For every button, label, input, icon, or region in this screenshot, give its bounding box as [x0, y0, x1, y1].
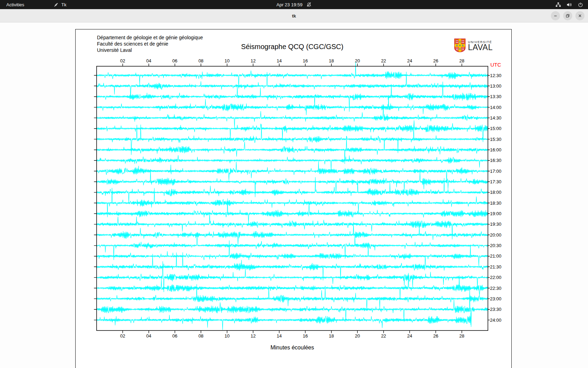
x-tick-label-bottom: 28: [456, 333, 467, 339]
maximize-button[interactable]: [563, 11, 572, 20]
x-tick-label-bottom: 18: [326, 333, 337, 339]
trace-time-label: 20:00: [490, 232, 502, 238]
trace-time-label: 24:00: [490, 318, 502, 323]
window-titlebar[interactable]: tk: [0, 9, 588, 22]
trace-time-label: 13:30: [490, 94, 502, 99]
x-tick-label-top: 18: [326, 58, 337, 63]
trace-time-label: 21:00: [490, 253, 502, 259]
trace-time-label: 22:30: [490, 286, 502, 291]
x-tick-label-top: 16: [300, 58, 310, 63]
x-tick-label-top: 04: [144, 58, 154, 63]
x-tick-label-bottom: 26: [430, 333, 441, 339]
system-status-area[interactable]: [551, 0, 588, 9]
x-tick-label-top: 28: [456, 58, 467, 63]
x-tick-label-bottom: 04: [144, 333, 154, 339]
x-tick-label-bottom: 06: [170, 333, 180, 339]
x-tick-label-bottom: 12: [248, 333, 258, 339]
minimize-button[interactable]: [551, 11, 560, 20]
clock-label: Apr 23 19:59: [276, 2, 302, 7]
x-tick-label-bottom: 22: [378, 333, 389, 339]
trace-time-label: 17:00: [490, 169, 502, 174]
trace-time-label: 18:00: [490, 190, 502, 195]
app-indicator-label: Tk: [61, 2, 66, 7]
institution-line: Département de géologie et de génie géol…: [97, 34, 203, 41]
laval-shield-icon: [454, 39, 465, 52]
app-indicator[interactable]: Tk: [51, 0, 69, 9]
x-tick-label-top: 14: [274, 58, 285, 63]
trace-time-label: 22:00: [490, 275, 502, 280]
maximize-icon: [565, 13, 570, 18]
x-tick-label-top: 22: [378, 58, 389, 63]
x-tick-label-top: 20: [352, 58, 363, 63]
trace-time-label: 19:30: [490, 222, 502, 227]
window-title: tk: [0, 9, 588, 22]
clock-button[interactable]: Apr 23 19:59: [276, 0, 312, 9]
gnome-top-bar: Activities Tk Apr 23 19:59: [0, 0, 588, 9]
plot-title: Séismographe QCQ (CGC/GSC): [97, 43, 488, 51]
x-tick-label-bottom: 14: [274, 333, 285, 339]
x-tick-label-top: 26: [430, 58, 441, 63]
x-tick-label-bottom: 02: [118, 333, 128, 339]
wired-network-icon: [555, 2, 561, 7]
trace-time-label: 14:00: [490, 105, 502, 110]
desktop: Activities Tk Apr 23 19:59: [0, 0, 588, 368]
universite-laval-logo: UNIVERSITÉ LAVAL: [454, 39, 493, 52]
x-tick-label-bottom: 08: [196, 333, 206, 339]
trace-time-label: 17:30: [490, 179, 502, 184]
trace-time-label: 20:30: [490, 243, 502, 248]
x-tick-label-bottom: 20: [352, 333, 363, 339]
x-tick-label-top: 02: [118, 58, 128, 63]
x-tick-label-top: 12: [248, 58, 258, 63]
x-axis-title: Minutes écoulées: [97, 345, 488, 351]
x-tick-label-top: 08: [196, 58, 206, 63]
trace-time-label: 23:30: [490, 307, 502, 312]
trace-time-label: 18:30: [490, 200, 502, 206]
trace-time-label: 13:00: [490, 83, 502, 89]
seismograph-canvas: [75, 29, 512, 368]
bell-slash-icon: [307, 2, 312, 7]
x-tick-label-bottom: 24: [404, 333, 415, 339]
logo-text-laval: LAVAL: [468, 44, 493, 51]
trace-time-label: 15:00: [490, 126, 502, 131]
activities-button[interactable]: Activities: [0, 0, 30, 9]
trace-time-label: 14:30: [490, 115, 502, 121]
x-tick-label-top: 06: [170, 58, 180, 63]
trace-time-label: 19:00: [490, 211, 502, 216]
trace-time-label: 16:00: [490, 147, 502, 152]
trace-time-label: 15:30: [490, 137, 502, 142]
speaker-icon: [567, 2, 572, 7]
minimize-icon: [553, 13, 558, 18]
x-tick-label-bottom: 16: [300, 333, 310, 339]
power-icon: [578, 2, 583, 7]
trace-time-label: 16:30: [490, 158, 502, 163]
utc-label: UTC: [490, 62, 501, 68]
x-tick-label-top: 24: [404, 58, 415, 63]
trace-time-label: 12:30: [490, 73, 502, 78]
close-icon: [578, 13, 582, 18]
trace-time-label: 23:00: [490, 296, 502, 301]
close-button[interactable]: [575, 11, 584, 20]
trace-time-label: 21:30: [490, 264, 502, 270]
x-tick-label-top: 10: [222, 58, 232, 63]
tk-feather-icon: [54, 2, 59, 7]
x-tick-label-bottom: 10: [222, 333, 232, 339]
